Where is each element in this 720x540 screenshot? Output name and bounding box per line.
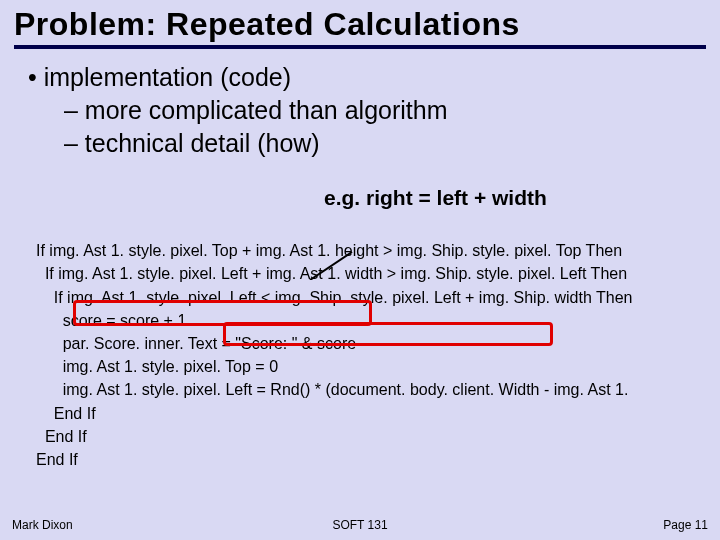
code-block: If img. Ast 1. style. pixel. Top + img. … bbox=[36, 216, 720, 471]
code-line: score = score + 1 bbox=[36, 312, 186, 329]
code-line: img. Ast 1. style. pixel. Left = Rnd() *… bbox=[36, 381, 628, 398]
footer-page: Page 11 bbox=[663, 518, 708, 532]
slide-title: Problem: Repeated Calculations bbox=[14, 6, 706, 43]
code-line: End If bbox=[36, 405, 96, 422]
sub-bullet-1: – more complicated than algorithm bbox=[64, 96, 696, 125]
footer-author: Mark Dixon bbox=[12, 518, 73, 532]
footer-course: SOFT 131 bbox=[332, 518, 387, 532]
code-line: End If bbox=[36, 428, 87, 445]
code-line: End If bbox=[36, 451, 78, 468]
code-line: par. Score. inner. Text = "Score: " & sc… bbox=[36, 335, 356, 352]
example-label: e.g. right = left + width bbox=[324, 186, 696, 210]
bullet-implementation: implementation (code) bbox=[28, 63, 696, 92]
code-line: If img. Ast 1. style. pixel. Left < img.… bbox=[36, 289, 632, 306]
sub-bullet-2: – technical detail (how) bbox=[64, 129, 696, 158]
code-line: If img. Ast 1. style. pixel. Left + img.… bbox=[36, 265, 627, 282]
code-line: If img. Ast 1. style. pixel. Top + img. … bbox=[36, 242, 622, 259]
code-line: img. Ast 1. style. pixel. Top = 0 bbox=[36, 358, 278, 375]
